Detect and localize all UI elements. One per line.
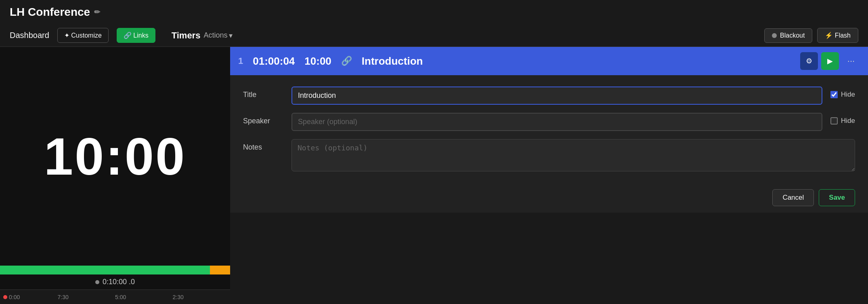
customize-button[interactable]: ✦ Customize: [57, 28, 109, 43]
nav-bar: Dashboard ✦ Customize 🔗 Links Timers Act…: [0, 24, 868, 47]
play-icon: ▶: [827, 57, 833, 65]
top-bar: LH Conference ✏: [0, 0, 868, 24]
time-dot-icon: [95, 280, 99, 284]
progress-bar: [0, 266, 230, 274]
time-remaining-text: 0:10:00 .0: [103, 278, 135, 286]
speaker-hide-checkbox[interactable]: [830, 117, 838, 125]
timer-display: 10:00: [0, 47, 230, 266]
title-hide-checkbox[interactable]: [830, 91, 838, 98]
timeline-marker-1: 7:30: [58, 294, 69, 300]
actions-chevron-icon: ▾: [229, 31, 233, 40]
save-button[interactable]: Save: [819, 189, 855, 206]
timers-section: Timers Actions ▾: [172, 30, 233, 41]
right-buttons: Blackout ⚡ Flash: [764, 28, 858, 43]
progress-green: [0, 266, 210, 274]
timeline-bar: 0:00 7:30 5:00 2:30: [0, 289, 230, 304]
edit-title-icon[interactable]: ✏: [94, 8, 100, 17]
title-input[interactable]: [291, 87, 822, 105]
main-content: 10:00 0:10:00 .0 0:00 7:30 5:00 2:30 1 0…: [0, 47, 868, 304]
links-button[interactable]: 🔗 Links: [117, 28, 155, 43]
left-panel: 10:00 0:10:00 .0 0:00 7:30 5:00 2:30: [0, 47, 230, 304]
timer-elapsed: 01:00:04: [253, 55, 295, 68]
speaker-row: Speaker Hide: [243, 113, 855, 131]
timer-row: 1 01:00:04 10:00 🔗 Introduction ⚙ ▶ ···: [230, 47, 868, 75]
notes-input[interactable]: [291, 139, 855, 171]
time-remaining: 0:10:00 .0: [0, 274, 230, 289]
dashboard-label: Dashboard: [10, 31, 49, 40]
speaker-hide-label: Hide: [841, 117, 855, 125]
more-options-button[interactable]: ···: [842, 52, 860, 70]
right-panel: 1 01:00:04 10:00 🔗 Introduction ⚙ ▶ ···: [230, 47, 868, 304]
speaker-input[interactable]: [291, 113, 822, 131]
gear-icon: ⚙: [806, 57, 812, 65]
play-button[interactable]: ▶: [821, 52, 839, 70]
speaker-label: Speaker: [243, 113, 283, 125]
timeline-start-marker: [3, 295, 7, 299]
progress-orange: [210, 266, 230, 274]
speaker-hide-section: Hide: [830, 113, 855, 125]
title-row: Title Hide: [243, 87, 855, 105]
flash-button[interactable]: ⚡ Flash: [817, 28, 858, 43]
timeline-marker-0: 0:00: [9, 294, 20, 300]
timer-link-icon: 🔗: [341, 56, 352, 66]
actions-label: Actions: [203, 31, 227, 40]
timer-title: Introduction: [362, 55, 423, 68]
timeline-marker-3: 2:30: [173, 294, 184, 300]
notes-row: Notes: [243, 139, 855, 171]
actions-button[interactable]: Actions ▾: [203, 31, 233, 40]
title-label: Title: [243, 87, 283, 99]
blackout-label: Blackout: [780, 32, 805, 39]
app-title-text: LH Conference: [10, 6, 90, 19]
blackout-circle-icon: [772, 33, 777, 38]
timer-clock: 10:00: [44, 126, 187, 187]
timers-label: Timers: [172, 30, 201, 41]
action-row: Cancel Save: [230, 183, 868, 213]
timeline-marker-2: 5:00: [115, 294, 126, 300]
more-dots-icon: ···: [847, 56, 855, 66]
timer-duration: 10:00: [304, 55, 331, 68]
app-title: LH Conference ✏: [10, 6, 100, 19]
blackout-button[interactable]: Blackout: [764, 28, 812, 43]
title-hide-label: Hide: [841, 91, 855, 99]
edit-panel: Title Hide Speaker Hide Notes: [230, 75, 868, 183]
title-hide-section: Hide: [830, 87, 855, 99]
timer-row-actions: ⚙ ▶ ···: [800, 52, 860, 70]
gear-button[interactable]: ⚙: [800, 52, 818, 70]
timer-number: 1: [238, 56, 243, 66]
cancel-button[interactable]: Cancel: [772, 189, 814, 206]
notes-label: Notes: [243, 139, 283, 152]
